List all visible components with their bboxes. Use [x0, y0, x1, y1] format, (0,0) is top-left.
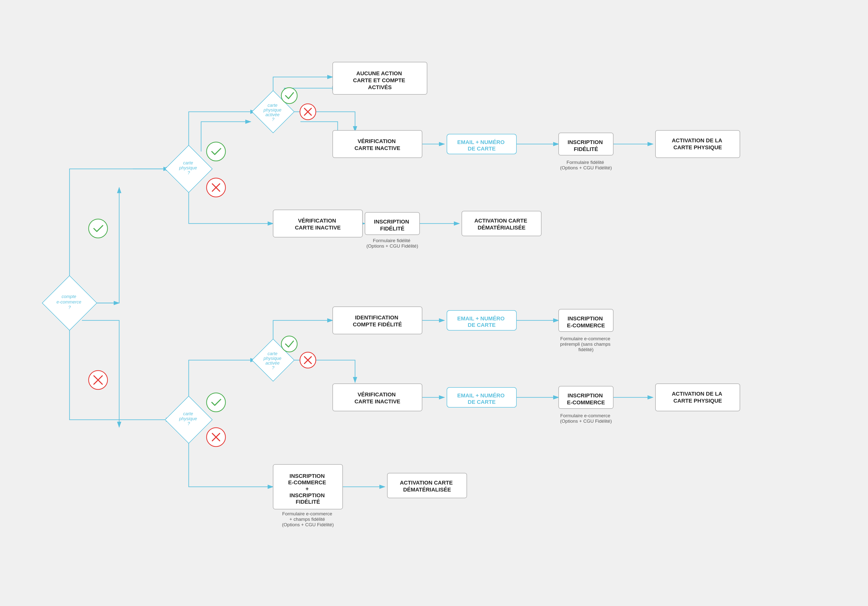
- check-activee1-yes: [281, 88, 297, 104]
- check-compte-yes: [88, 219, 107, 238]
- check-activee2-yes: [281, 336, 297, 352]
- caption-inscription-ecommerce-1: Formulaire e-commerce prérempli (sans ch…: [560, 336, 612, 352]
- caption-inscription-ecommerce-2: Formulaire e-commerce (Options + CGU Fid…: [560, 413, 612, 424]
- caption-inscription-fidelite-2: Formulaire fidélité (Options + CGU Fidél…: [366, 238, 418, 249]
- check-carte1-yes: [206, 142, 225, 161]
- caption-inscription-ecommerce-fidelite: Formulaire e-commerce + champs fidélité …: [282, 511, 334, 527]
- flow-diagram: compte e-commerce ? carte physique ? car…: [0, 0, 868, 606]
- caption-inscription-fidelite-1: Formulaire fidélité (Options + CGU Fidél…: [560, 160, 612, 170]
- check-carte2-yes: [206, 393, 225, 412]
